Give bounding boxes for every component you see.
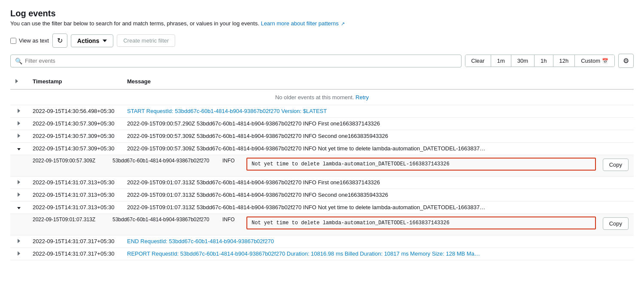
- table-row: 2022-09-15T14:31:07.317+05:30 REPORT Req…: [10, 248, 634, 260]
- view-as-text-checkbox[interactable]: [10, 38, 16, 44]
- expanded-content-cell: 2022-09-15T09:01:07.313Z 53bdd67c-60b1-4…: [27, 214, 634, 235]
- copy-cell: Copy: [603, 217, 629, 230]
- expanded-detail-row: 2022-09-15T09:01:07.313Z 53bdd67c-60b1-4…: [10, 214, 634, 235]
- message-cell: 2022-09-15T09:01:07.313Z 53bdd67c-60b1-4…: [122, 201, 634, 214]
- timestamp-cell: 2022-09-15T14:31:07.313+05:30: [27, 201, 122, 214]
- message-cell: REPORT RequestId: 53bdd67c-60b1-4814-b90…: [122, 248, 634, 260]
- message-cell: 2022-09-15T09:00:57.290Z 53bdd67c-60b1-4…: [122, 118, 634, 130]
- expand-cell: [10, 201, 27, 214]
- expand-cell: [10, 105, 27, 118]
- copy-button[interactable]: Copy: [603, 217, 629, 230]
- collapse-icon: [17, 207, 21, 209]
- col-message-header: Message: [122, 74, 634, 89]
- calendar-icon: 📅: [602, 58, 608, 64]
- time-range-buttons: Clear 1m 30m 1h 12h Custom 📅: [465, 55, 615, 67]
- page-title: Log events: [10, 9, 634, 18]
- actions-button[interactable]: Actions: [71, 34, 113, 47]
- expanded-request-id: 53bdd67c-60b1-4814-b904-93867b02f270: [112, 158, 216, 164]
- filter-bar: 🔍 Clear 1m 30m 1h 12h Custom 📅 ⚙: [10, 54, 634, 68]
- table-row: 2022-09-15T14:31:07.313+05:30 2022-09-15…: [10, 177, 634, 189]
- expand-all-icon[interactable]: [15, 79, 18, 83]
- expand-button[interactable]: [16, 120, 22, 127]
- timestamp-cell: 2022-09-15T14:31:07.313+05:30: [27, 177, 122, 189]
- expand-icon: [18, 239, 20, 243]
- expand-icon: [18, 251, 20, 256]
- timestamp-cell: 2022-09-15T14:30:57.309+05:30: [27, 118, 122, 130]
- expanded-message-box: Not yet time to delete lambda-automation…: [246, 158, 596, 171]
- view-as-text-label[interactable]: View as text: [10, 37, 49, 44]
- timestamp-cell: 2022-09-15T14:30:57.309+05:30: [27, 130, 122, 143]
- expanded-timestamp: 2022-09-15T09:01:07.313Z: [33, 217, 106, 223]
- create-metric-filter-button[interactable]: Create metric filter: [117, 34, 175, 47]
- expanded-timestamp: 2022-09-15T09:00:57.309Z: [33, 158, 106, 164]
- copy-cell: Copy: [603, 158, 629, 171]
- expand-icon: [18, 134, 20, 138]
- expand-icon: [18, 121, 20, 125]
- learn-more-link[interactable]: Learn more about filter patterns ↗: [261, 20, 345, 27]
- expanded-detail-row: 2022-09-15T09:00:57.309Z 53bdd67c-60b1-4…: [10, 155, 634, 177]
- external-link-icon: ↗: [341, 21, 345, 26]
- expanded-message-box: Not yet time to delete lambda-automation…: [246, 217, 596, 229]
- expand-cell: [10, 189, 27, 201]
- actions-dropdown-icon: [103, 40, 107, 42]
- timestamp-cell: 2022-09-15T14:31:07.317+05:30: [27, 235, 122, 248]
- settings-button[interactable]: ⚙: [618, 54, 634, 68]
- expanded-indent: [10, 155, 27, 177]
- retry-link[interactable]: Retry: [355, 94, 369, 101]
- message-cell: START RequestId: 53bdd67c-60b1-4814-b904…: [122, 105, 634, 118]
- message-cell: 2022-09-15T09:01:07.313Z 53bdd67c-60b1-4…: [122, 177, 634, 189]
- table-row: 2022-09-15T14:31:07.313+05:30 2022-09-15…: [10, 201, 634, 214]
- expand-button[interactable]: [16, 133, 22, 140]
- message-cell: 2022-09-15T09:01:07.313Z 53bdd67c-60b1-4…: [122, 189, 634, 201]
- timestamp-cell: 2022-09-15T14:30:57.309+05:30: [27, 143, 122, 155]
- page-header: Log events You can use the filter bar be…: [10, 9, 634, 27]
- table-row: 2022-09-15T14:31:07.317+05:30 END Reques…: [10, 235, 634, 248]
- expand-button[interactable]: [16, 179, 22, 186]
- expand-button[interactable]: [16, 192, 22, 198]
- clear-button[interactable]: Clear: [465, 55, 491, 67]
- table-row: 2022-09-15T14:30:57.309+05:30 2022-09-15…: [10, 118, 634, 130]
- time-custom-button[interactable]: Custom 📅: [575, 55, 614, 67]
- refresh-button[interactable]: ↻: [52, 34, 67, 48]
- time-30m-button[interactable]: 30m: [511, 55, 535, 67]
- col-expand-header: [10, 74, 27, 89]
- timestamp-cell: 2022-09-15T14:30:56.498+05:30: [27, 105, 122, 118]
- expand-icon: [18, 109, 20, 113]
- expanded-indent: [10, 214, 27, 235]
- filter-input[interactable]: [25, 58, 457, 64]
- time-1m-button[interactable]: 1m: [491, 55, 511, 67]
- expand-button[interactable]: [16, 250, 22, 257]
- col-timestamp-header: Timestamp: [27, 74, 122, 89]
- expand-cell: [10, 118, 27, 130]
- expand-cell: [10, 143, 27, 155]
- expand-icon: [18, 180, 20, 184]
- timestamp-cell: 2022-09-15T14:31:07.313+05:30: [27, 189, 122, 201]
- message-cell: END RequestId: 53bdd67c-60b1-4814-b904-9…: [122, 235, 634, 248]
- toolbar: View as text ↻ Actions Create metric fil…: [10, 34, 634, 48]
- copy-button[interactable]: Copy: [603, 159, 629, 171]
- no-events-text: No older events at this moment.: [275, 94, 355, 101]
- refresh-icon: ↻: [57, 37, 63, 45]
- expanded-request-id: 53bdd67c-60b1-4814-b904-93867b02f270: [112, 217, 216, 223]
- expand-button[interactable]: [16, 108, 22, 115]
- expand-cell: [10, 248, 27, 260]
- expand-cell: [10, 235, 27, 248]
- search-icon: 🔍: [15, 58, 22, 64]
- expand-button[interactable]: [15, 146, 22, 152]
- expand-button[interactable]: [16, 238, 22, 245]
- collapse-icon: [17, 148, 21, 150]
- time-12h-button[interactable]: 12h: [553, 55, 575, 67]
- gear-icon: ⚙: [623, 57, 629, 64]
- expand-icon: [18, 192, 20, 197]
- message-cell: 2022-09-15T09:00:57.309Z 53bdd67c-60b1-4…: [122, 130, 634, 143]
- table-row: 2022-09-15T14:30:57.309+05:30 2022-09-15…: [10, 130, 634, 143]
- expanded-content-cell: 2022-09-15T09:00:57.309Z 53bdd67c-60b1-4…: [27, 155, 634, 177]
- time-1h-button[interactable]: 1h: [535, 55, 553, 67]
- no-events-row: No older events at this moment. Retry: [10, 89, 634, 105]
- timestamp-cell: 2022-09-15T14:31:07.317+05:30: [27, 248, 122, 260]
- table-row: 2022-09-15T14:30:56.498+05:30 START Requ…: [10, 105, 634, 118]
- log-table: Timestamp Message No older events at thi…: [10, 74, 634, 260]
- table-row: 2022-09-15T14:30:57.309+05:30 2022-09-15…: [10, 143, 634, 155]
- filter-input-wrap: 🔍: [10, 55, 462, 67]
- expand-button[interactable]: [15, 204, 22, 211]
